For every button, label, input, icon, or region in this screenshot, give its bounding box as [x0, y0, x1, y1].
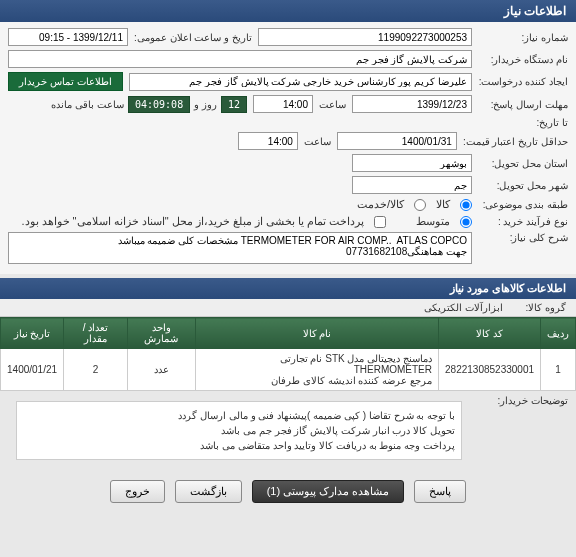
to-date-label: تا تاریخ: — [478, 117, 568, 128]
partial-label: پرداخت تمام یا بخشی از مبلغ خرید،از محل … — [21, 215, 364, 228]
th-qty: تعداد / مقدار — [64, 318, 128, 349]
delivery-city-label: شهر محل تحویل: — [478, 180, 568, 191]
deadline-label: مهلت ارسال پاسخ: — [478, 99, 568, 110]
time-label-1: ساعت — [319, 99, 346, 110]
form-area: شماره نیاز: تاریخ و ساعت اعلان عمومی: نا… — [0, 22, 576, 274]
cat-service-label: کالا/خدمت — [357, 198, 404, 211]
cell-date: 1400/01/21 — [1, 349, 64, 391]
desc-field[interactable] — [8, 232, 472, 264]
respond-button[interactable]: پاسخ — [414, 480, 466, 503]
creator-field[interactable] — [129, 73, 472, 91]
th-name: نام کالا — [196, 318, 439, 349]
proc-med-radio[interactable] — [460, 216, 472, 228]
delivery-city-field[interactable] — [352, 176, 472, 194]
partial-checkbox[interactable] — [374, 216, 386, 228]
items-group-label: گروه کالا: — [525, 302, 566, 313]
time-label-2: ساعت — [304, 136, 331, 147]
validity-label: حداقل تاریخ اعتبار قیمت: — [463, 136, 568, 147]
countdown-time: 04:09:08 — [128, 96, 190, 113]
table-header-row: ردیف کد کالا نام کالا واحد شمارش تعداد /… — [1, 318, 576, 349]
process-radio-group: متوسط پرداخت تمام یا بخشی از مبلغ خرید،ا… — [21, 215, 472, 228]
validity-date-field[interactable] — [337, 132, 457, 150]
contact-buyer-button[interactable]: اطلاعات تماس خریدار — [8, 72, 123, 91]
note-box: با توجه به شرح تقاضا ( کپی ضمیمه )پیشنها… — [16, 401, 462, 460]
exit-button[interactable]: خروج — [110, 480, 165, 503]
cell-qty: 2 — [64, 349, 128, 391]
back-button[interactable]: بازگشت — [175, 480, 242, 503]
page-title: اطلاعات نیاز — [0, 0, 576, 22]
note-label: توضیحات خریدار: — [478, 395, 568, 406]
countdown-remain-label: ساعت باقی مانده — [51, 99, 124, 110]
cell-name: دماسنج دیجیتالی مدل STK نام تجارتی THERM… — [196, 349, 439, 391]
deadline-time-field[interactable] — [253, 95, 313, 113]
th-unit: واحد شمارش — [127, 318, 195, 349]
delivery-prov-field[interactable] — [352, 154, 472, 172]
desc-label: شرح کلی نیاز: — [478, 232, 568, 243]
creator-label: ایجاد کننده درخواست: — [478, 76, 568, 87]
items-table: ردیف کد کالا نام کالا واحد شمارش تعداد /… — [0, 317, 576, 391]
cat-service-radio[interactable] — [414, 199, 426, 211]
buyer-org-label: نام دستگاه خریدار: — [478, 54, 568, 65]
table-row[interactable]: 1 2822130852330001 دماسنج دیجیتالی مدل S… — [1, 349, 576, 391]
category-label: طبقه بندی موضوعی: — [478, 199, 568, 210]
validity-time-field[interactable] — [238, 132, 298, 150]
th-idx: ردیف — [541, 318, 576, 349]
delivery-prov-label: استان محل تحویل: — [478, 158, 568, 169]
announce-field[interactable] — [8, 28, 128, 46]
items-group-row: گروه کالا: ابزارآلات الکتریکی — [0, 299, 576, 317]
process-label: نوع فرآیند خرید : — [478, 216, 568, 227]
need-no-label: شماره نیاز: — [478, 32, 568, 43]
cat-goods-radio[interactable] — [460, 199, 472, 211]
items-group-value: ابزارآلات الکتریکی — [424, 302, 503, 313]
cat-goods-label: کالا — [436, 198, 450, 211]
cell-code: 2822130852330001 — [439, 349, 541, 391]
proc-med-label: متوسط — [416, 215, 450, 228]
th-code: کد کالا — [439, 318, 541, 349]
countdown: 12 روز و 04:09:08 ساعت باقی مانده — [51, 96, 247, 113]
need-no-field[interactable] — [258, 28, 472, 46]
footer-buttons: پاسخ مشاهده مدارک پیوستی (1) بازگشت خروج — [0, 470, 576, 513]
attachments-button[interactable]: مشاهده مدارک پیوستی (1) — [252, 480, 405, 503]
items-section-title: اطلاعات کالاهای مورد نیاز — [0, 278, 576, 299]
cell-idx: 1 — [541, 349, 576, 391]
cell-unit: عدد — [127, 349, 195, 391]
buyer-org-field[interactable] — [8, 50, 472, 68]
th-date: تاریخ نیاز — [1, 318, 64, 349]
countdown-day-label: روز و — [194, 99, 217, 110]
deadline-date-field[interactable] — [352, 95, 472, 113]
countdown-days: 12 — [221, 96, 247, 113]
announce-label: تاریخ و ساعت اعلان عمومی: — [134, 32, 252, 43]
category-radio-group: کالا کالا/خدمت — [357, 198, 472, 211]
